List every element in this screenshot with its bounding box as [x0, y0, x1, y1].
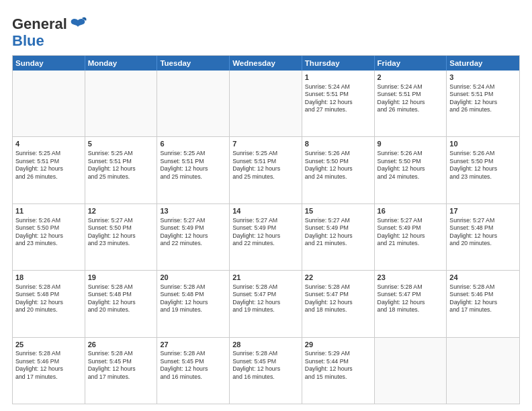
day-number: 11: [15, 206, 82, 216]
cal-cell: 27Sunrise: 5:28 AM Sunset: 5:45 PM Dayli…: [157, 338, 230, 404]
day-info: Sunrise: 5:28 AM Sunset: 5:48 PM Dayligh…: [88, 283, 154, 314]
day-info: Sunrise: 5:26 AM Sunset: 5:50 PM Dayligh…: [449, 150, 517, 181]
cal-cell: 20Sunrise: 5:28 AM Sunset: 5:48 PM Dayli…: [157, 271, 230, 336]
header: General Blue: [12, 12, 520, 48]
cal-cell: 19Sunrise: 5:28 AM Sunset: 5:48 PM Dayli…: [85, 271, 158, 336]
day-info: Sunrise: 5:25 AM Sunset: 5:51 PM Dayligh…: [232, 150, 299, 181]
day-number: 15: [305, 206, 371, 216]
day-info: Sunrise: 5:25 AM Sunset: 5:51 PM Dayligh…: [160, 150, 226, 181]
day-info: Sunrise: 5:24 AM Sunset: 5:51 PM Dayligh…: [305, 83, 371, 114]
day-number: 3: [449, 73, 517, 83]
header-day-wednesday: Wednesday: [230, 56, 302, 71]
cal-cell: [447, 338, 519, 404]
day-info: Sunrise: 5:29 AM Sunset: 5:44 PM Dayligh…: [305, 350, 371, 381]
calendar: SundayMondayTuesdayWednesdayThursdayFrid…: [12, 55, 520, 404]
day-number: 19: [88, 273, 154, 283]
week-row-4: 18Sunrise: 5:28 AM Sunset: 5:48 PM Dayli…: [13, 271, 519, 337]
day-number: 10: [449, 139, 517, 149]
day-info: Sunrise: 5:27 AM Sunset: 5:49 PM Dayligh…: [305, 217, 371, 248]
day-info: Sunrise: 5:25 AM Sunset: 5:51 PM Dayligh…: [88, 150, 154, 181]
day-info: Sunrise: 5:28 AM Sunset: 5:45 PM Dayligh…: [160, 350, 226, 381]
day-number: 16: [378, 206, 444, 216]
day-number: 18: [15, 273, 82, 283]
cal-cell: 4Sunrise: 5:25 AM Sunset: 5:51 PM Daylig…: [13, 137, 85, 203]
cal-cell: 6Sunrise: 5:25 AM Sunset: 5:51 PM Daylig…: [157, 137, 230, 203]
cal-cell: 1Sunrise: 5:24 AM Sunset: 5:51 PM Daylig…: [302, 71, 375, 136]
cal-cell: 13Sunrise: 5:27 AM Sunset: 5:49 PM Dayli…: [157, 204, 230, 270]
day-number: 1: [305, 73, 371, 83]
page: General Blue SundayMondayTuesdayWednesda…: [0, 0, 532, 411]
cal-cell: 11Sunrise: 5:26 AM Sunset: 5:50 PM Dayli…: [13, 204, 85, 270]
cal-cell: 26Sunrise: 5:28 AM Sunset: 5:45 PM Dayli…: [85, 338, 158, 404]
day-number: 14: [232, 206, 299, 216]
cal-cell: 12Sunrise: 5:27 AM Sunset: 5:50 PM Dayli…: [85, 204, 158, 270]
cal-cell: 10Sunrise: 5:26 AM Sunset: 5:50 PM Dayli…: [447, 137, 519, 203]
cal-cell: 7Sunrise: 5:25 AM Sunset: 5:51 PM Daylig…: [230, 137, 302, 203]
header-day-saturday: Saturday: [447, 56, 519, 71]
day-info: Sunrise: 5:28 AM Sunset: 5:45 PM Dayligh…: [232, 350, 299, 381]
day-number: 26: [88, 340, 154, 350]
day-number: 23: [378, 273, 444, 283]
day-info: Sunrise: 5:24 AM Sunset: 5:51 PM Dayligh…: [449, 83, 517, 114]
day-number: 29: [305, 340, 371, 350]
day-number: 4: [15, 139, 82, 149]
day-info: Sunrise: 5:26 AM Sunset: 5:50 PM Dayligh…: [15, 217, 82, 248]
day-info: Sunrise: 5:27 AM Sunset: 5:48 PM Dayligh…: [449, 217, 517, 248]
cal-cell: 22Sunrise: 5:28 AM Sunset: 5:47 PM Dayli…: [302, 271, 375, 336]
day-info: Sunrise: 5:28 AM Sunset: 5:47 PM Dayligh…: [378, 283, 444, 314]
day-info: Sunrise: 5:28 AM Sunset: 5:46 PM Dayligh…: [449, 283, 517, 314]
cal-cell: 15Sunrise: 5:27 AM Sunset: 5:49 PM Dayli…: [302, 204, 375, 270]
cal-cell: 18Sunrise: 5:28 AM Sunset: 5:48 PM Dayli…: [13, 271, 85, 336]
header-day-thursday: Thursday: [302, 56, 375, 71]
day-number: 2: [378, 73, 444, 83]
cal-cell: 24Sunrise: 5:28 AM Sunset: 5:46 PM Dayli…: [447, 271, 519, 336]
day-number: 28: [232, 340, 299, 350]
calendar-header: SundayMondayTuesdayWednesdayThursdayFrid…: [13, 56, 519, 71]
day-number: 24: [449, 273, 517, 283]
day-number: 6: [160, 139, 226, 149]
day-number: 12: [88, 206, 154, 216]
calendar-body: 1Sunrise: 5:24 AM Sunset: 5:51 PM Daylig…: [13, 71, 519, 404]
cal-cell: 8Sunrise: 5:26 AM Sunset: 5:50 PM Daylig…: [302, 137, 375, 203]
day-number: 22: [305, 273, 371, 283]
logo-general: General: [12, 17, 67, 32]
cal-cell: 14Sunrise: 5:27 AM Sunset: 5:49 PM Dayli…: [230, 204, 302, 270]
cal-cell: [85, 71, 158, 136]
cal-cell: 25Sunrise: 5:28 AM Sunset: 5:46 PM Dayli…: [13, 338, 85, 404]
day-info: Sunrise: 5:26 AM Sunset: 5:50 PM Dayligh…: [305, 150, 371, 181]
day-info: Sunrise: 5:26 AM Sunset: 5:50 PM Dayligh…: [378, 150, 444, 181]
week-row-2: 4Sunrise: 5:25 AM Sunset: 5:51 PM Daylig…: [13, 137, 519, 203]
day-info: Sunrise: 5:27 AM Sunset: 5:49 PM Dayligh…: [160, 217, 226, 248]
day-number: 5: [88, 139, 154, 149]
day-info: Sunrise: 5:27 AM Sunset: 5:50 PM Dayligh…: [88, 217, 154, 248]
day-info: Sunrise: 5:28 AM Sunset: 5:48 PM Dayligh…: [160, 283, 226, 314]
header-day-tuesday: Tuesday: [157, 56, 230, 71]
cal-cell: [375, 338, 447, 404]
day-info: Sunrise: 5:25 AM Sunset: 5:51 PM Dayligh…: [15, 150, 82, 181]
day-number: 13: [160, 206, 226, 216]
day-number: 9: [378, 139, 444, 149]
day-number: 21: [232, 273, 299, 283]
day-info: Sunrise: 5:28 AM Sunset: 5:48 PM Dayligh…: [15, 283, 82, 314]
day-info: Sunrise: 5:27 AM Sunset: 5:49 PM Dayligh…: [232, 217, 299, 248]
cal-cell: 16Sunrise: 5:27 AM Sunset: 5:49 PM Dayli…: [375, 204, 447, 270]
day-number: 7: [232, 139, 299, 149]
logo-bird-icon: [69, 15, 87, 34]
day-info: Sunrise: 5:28 AM Sunset: 5:47 PM Dayligh…: [305, 283, 371, 314]
header-day-sunday: Sunday: [13, 56, 85, 71]
cal-cell: 23Sunrise: 5:28 AM Sunset: 5:47 PM Dayli…: [375, 271, 447, 336]
day-info: Sunrise: 5:28 AM Sunset: 5:46 PM Dayligh…: [15, 350, 82, 381]
cal-cell: 5Sunrise: 5:25 AM Sunset: 5:51 PM Daylig…: [85, 137, 158, 203]
day-number: 17: [449, 206, 517, 216]
cal-cell: [230, 71, 302, 136]
logo-blue: Blue: [12, 32, 44, 49]
week-row-3: 11Sunrise: 5:26 AM Sunset: 5:50 PM Dayli…: [13, 204, 519, 271]
day-number: 25: [15, 340, 82, 350]
day-number: 8: [305, 139, 371, 149]
day-info: Sunrise: 5:27 AM Sunset: 5:49 PM Dayligh…: [378, 217, 444, 248]
cal-cell: 9Sunrise: 5:26 AM Sunset: 5:50 PM Daylig…: [375, 137, 447, 203]
week-row-1: 1Sunrise: 5:24 AM Sunset: 5:51 PM Daylig…: [13, 71, 519, 137]
cal-cell: 2Sunrise: 5:24 AM Sunset: 5:51 PM Daylig…: [375, 71, 447, 136]
cal-cell: 28Sunrise: 5:28 AM Sunset: 5:45 PM Dayli…: [230, 338, 302, 404]
day-number: 20: [160, 273, 226, 283]
